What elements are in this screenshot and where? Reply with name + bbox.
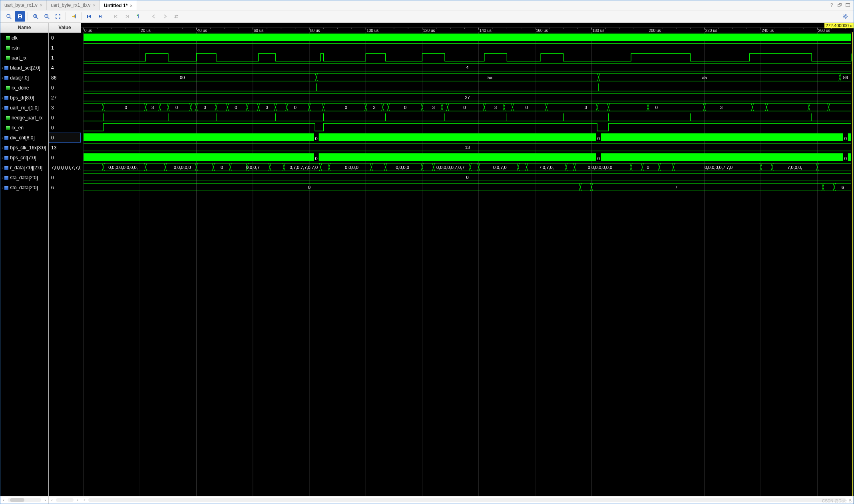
svg-text:3: 3 [266,105,268,110]
svg-text:4: 4 [466,65,468,70]
signal-value: 13 [51,145,56,151]
close-icon[interactable]: × [93,3,96,8]
signal-value-row[interactable]: 3 [49,103,81,113]
go-to-start-icon[interactable] [84,11,94,22]
signal-value-row[interactable]: 0 [49,33,81,43]
settings-gear-icon[interactable] [840,11,850,22]
svg-text:0: 0 [315,136,318,141]
signal-name-row[interactable]: blaud_set[2:0] [0,63,48,73]
main: Name clkrstnuart_rxblaud_set[2:0]data[7:… [0,23,854,496]
svg-text:86: 86 [843,75,848,80]
time-ruler[interactable]: 0 us20 us40 us60 us80 us100 us120 us140 … [81,23,854,32]
signal-name-row[interactable]: sta_data[2:0] [0,173,48,183]
go-to-cursor-icon[interactable] [68,11,79,22]
svg-text:00: 00 [180,75,185,80]
signal-name-row[interactable]: rx_done [0,83,48,93]
tab[interactable]: uart_byte_rx1_tb.v× [47,0,100,10]
signal-name-row[interactable]: data[7:0] [0,73,48,83]
signal-name-label: div_cnt[8:0] [10,135,34,141]
restore-icon[interactable]: 🗗 [837,2,842,8]
maximize-icon[interactable]: 🗖 [845,2,850,8]
svg-text:3: 3 [373,105,375,110]
signal-name-label: clk [12,35,18,41]
signal-value-row[interactable]: 27 [49,93,81,103]
prev-edge-icon[interactable] [149,11,159,22]
signal-value-row[interactable]: 0 [49,83,81,93]
signal-value-row[interactable]: 86 [49,73,81,83]
prev-transition-icon[interactable] [111,11,121,22]
go-to-end-icon[interactable] [95,11,106,22]
signal-value-row[interactable]: 13 [49,143,81,153]
svg-text:3: 3 [432,105,435,110]
bus-icon [4,76,8,80]
signal-value-row[interactable]: 0 [49,173,81,183]
zoom-in-icon[interactable] [30,11,41,22]
signal-name-row[interactable]: clk [0,33,48,43]
waveform-panel[interactable]: 272.400000 u 0 us20 us40 us60 us80 us100… [81,23,854,496]
values-scrollbar[interactable]: ‹› [49,496,81,504]
signal-name-label: blaud_set[2:0] [10,65,40,71]
bus-icon [4,156,8,160]
svg-text:200 us: 200 us [649,28,661,32]
zoom-out-icon[interactable] [42,11,52,22]
toolbar [0,10,854,23]
close-icon[interactable]: × [40,3,42,8]
signal-value: 0 [51,155,54,161]
signal-name-row[interactable]: sto_data[2:0] [0,183,48,192]
svg-text:a5: a5 [702,75,707,80]
next-transition-icon[interactable] [122,11,132,22]
signal-value-row[interactable]: 7,0,0,0,0,7,7,0 [49,163,81,173]
signal-value-row[interactable]: 0 [49,113,81,123]
tab[interactable]: Untitled 1*× [100,0,137,10]
bus-icon [4,146,8,150]
svg-text:3: 3 [585,105,587,110]
signal-value: 1 [51,55,54,61]
tab-label: Untitled 1* [104,3,127,8]
tab-bar: uart_byte_rx1.v×uart_byte_rx1_tb.v×Untit… [0,0,854,10]
signal-name-label: bps_clk_16x[3:0] [10,145,46,151]
signal-name-row[interactable]: bps_dr[8:0] [0,93,48,103]
svg-text:0,0,0,0: 0,0,0,0 [345,165,358,170]
svg-text:20 us: 20 us [141,28,150,32]
swap-icon[interactable] [171,11,181,22]
signal-name-row[interactable]: r_data[7:0][2:0] [0,163,48,173]
signal-value-row[interactable]: 4 [49,63,81,73]
svg-text:240 us: 240 us [762,28,774,32]
tab[interactable]: uart_byte_rx1.v× [0,0,47,10]
signal-name-row[interactable]: uart_rx_r[1:0] [0,103,48,113]
signal-name-row[interactable]: nedge_uart_rx [0,113,48,123]
svg-text:0,0,0,0,0,7,0,7: 0,0,0,0,0,7,0,7 [436,165,464,170]
help-icon[interactable]: ? [829,2,834,8]
signal-name-row[interactable]: bps_clk_16x[3:0] [0,143,48,153]
close-icon[interactable]: × [130,3,132,8]
search-icon[interactable] [4,11,14,22]
signal-name-row[interactable]: div_cnt[8:0] [0,133,48,143]
waveform-body[interactable]: 4005aa5862703030300303030303000130000,0,… [81,32,854,496]
signal-value-row[interactable]: 1 [49,53,81,63]
signal-value: 3 [51,105,54,111]
add-marker-icon[interactable] [133,11,143,22]
wave-scrollbar[interactable]: ‹› [81,496,854,504]
svg-text:260 us: 260 us [818,28,830,32]
signal-name-label: rx_done [12,85,29,91]
wire-icon [6,46,10,50]
signal-name-row[interactable]: rstn [0,43,48,53]
zoom-fit-icon[interactable] [53,11,63,22]
signal-value-row[interactable]: 0 [49,153,81,163]
signal-name-row[interactable]: bps_cnt[7:0] [0,153,48,163]
next-edge-icon[interactable] [160,11,170,22]
signal-name-row[interactable]: uart_rx [0,53,48,63]
signal-name-label: data[7:0] [10,75,29,81]
signal-value-row[interactable]: 1 [49,43,81,53]
svg-text:0: 0 [308,185,311,190]
signal-value-row[interactable]: 6 [49,183,81,192]
signal-value-row[interactable]: 0 [49,133,81,143]
svg-text:3: 3 [720,105,723,110]
svg-text:60 us: 60 us [254,28,263,32]
signal-value: 0 [51,85,54,91]
names-scrollbar[interactable]: ‹› [0,496,49,504]
signal-value-row[interactable]: 0 [49,123,81,133]
signal-name-row[interactable]: rx_en [0,123,48,133]
svg-point-19 [844,16,846,17]
save-icon[interactable] [15,11,25,22]
